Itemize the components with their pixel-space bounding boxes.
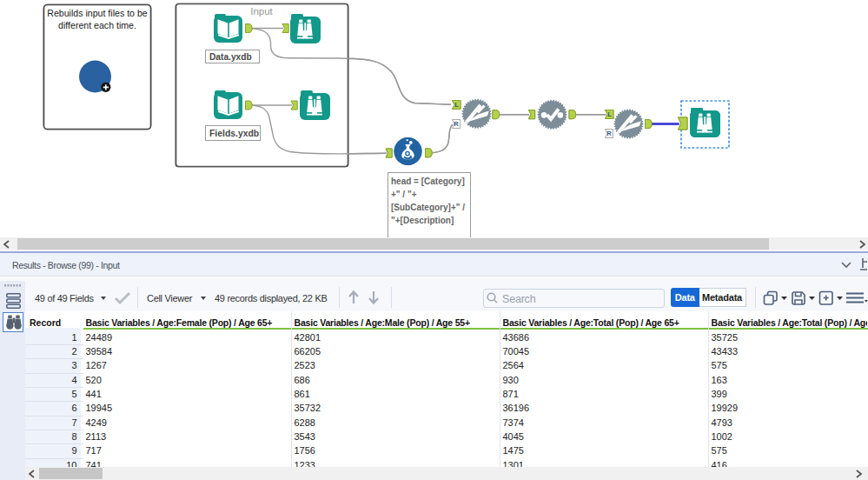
svg-text:Rebuilds input files to be: Rebuilds input files to be xyxy=(47,8,148,18)
svg-text:+" / "+: +" / "+ xyxy=(391,190,417,199)
svg-text:[SubCategory]+" /: [SubCategory]+" / xyxy=(391,203,465,212)
svg-text:head = [Category]: head = [Category] xyxy=(391,177,465,186)
svg-text:"+[Description]: "+[Description] xyxy=(391,216,454,225)
svg-text:different each time.: different each time. xyxy=(58,20,136,30)
svg-text:Fields.yxdb: Fields.yxdb xyxy=(209,129,259,138)
svg-text:Input: Input xyxy=(250,6,273,17)
svg-text:Data.yxdb: Data.yxdb xyxy=(209,52,252,62)
